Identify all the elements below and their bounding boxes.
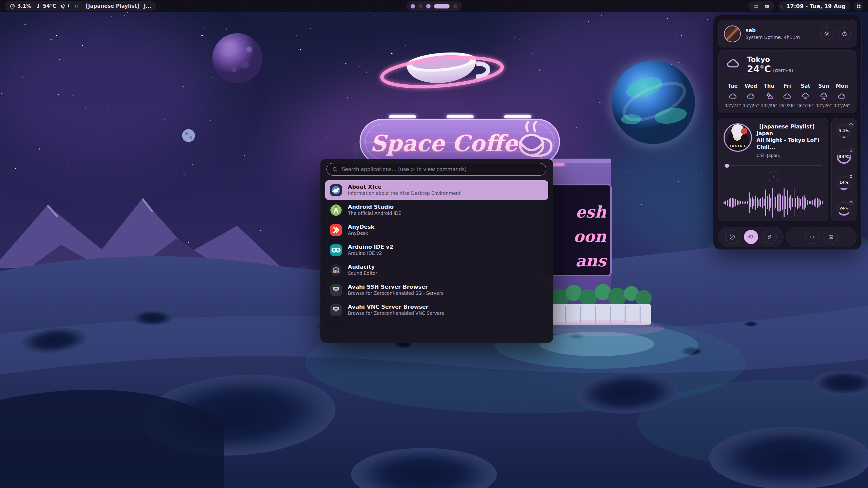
- capture-icon: [809, 234, 815, 240]
- workspace-dot[interactable]: [418, 4, 423, 8]
- waveform-bar: [764, 199, 765, 206]
- waveform-bar: [745, 201, 746, 204]
- power-profile-button[interactable]: [725, 230, 739, 244]
- app-name: AnyDesk: [348, 224, 375, 230]
- clock-text: 17:09 - Tue, 19 Aug: [786, 3, 846, 9]
- waveform-bar: [727, 200, 728, 206]
- app-description: Information about the Xfce Desktop Envir…: [348, 190, 460, 197]
- power-profile-button[interactable]: [744, 230, 758, 244]
- forecast-day: Sat 36°/26°: [797, 83, 814, 108]
- app-grid-button[interactable]: [854, 1, 863, 11]
- settings-button[interactable]: [820, 27, 833, 40]
- gauge-badge-icon: [849, 148, 853, 152]
- waveform-bar: [818, 199, 820, 207]
- workspace-dot[interactable]: [426, 4, 431, 8]
- waveform-bar: [755, 196, 756, 210]
- user-card: seb System Uptime: 4h11m: [718, 20, 856, 47]
- forecast-weather-icon: [728, 92, 737, 101]
- window-neon-line: ans: [575, 251, 608, 270]
- waveform-bar: [784, 188, 785, 217]
- app-icon: [329, 303, 343, 317]
- app-description: Arduino IDE v2: [348, 250, 393, 257]
- app-list-item[interactable]: About Xfce Information about the Xfce De…: [325, 180, 548, 200]
- app-name: Audacity: [348, 264, 377, 270]
- waveform-bar: [817, 198, 818, 208]
- waveform-bar: [757, 198, 758, 208]
- progress-handle[interactable]: [725, 164, 729, 168]
- waveform-bar: [790, 195, 791, 210]
- app-list-item[interactable]: Android Studio The official Android IDE: [325, 200, 548, 220]
- power-profile-icon: [766, 234, 773, 240]
- forecast-day: Tue 33°/24°: [725, 83, 741, 108]
- waveform-bar: [778, 193, 780, 212]
- waveform-bar: [785, 196, 786, 209]
- app-description: AnyDesk: [348, 230, 375, 237]
- search-box[interactable]: [327, 163, 546, 176]
- waveform-bar: [740, 201, 741, 204]
- search-input[interactable]: [341, 166, 541, 173]
- workspace-dot[interactable]: [434, 4, 450, 8]
- forecast-temps: 35°/26°: [779, 103, 796, 108]
- workspace-dot[interactable]: [411, 4, 415, 8]
- top-bar: 3.1% 54°C 6.8G 【Japanese Playlist】 J... …: [0, 0, 868, 12]
- forecast-temps: 33°/24°: [725, 103, 741, 108]
- capture-icon: [828, 234, 834, 240]
- system-gauges-card: 3.1% 54°C 14: [831, 118, 856, 221]
- track-title-line2: All Night - Tokyo LoFi Chill...: [756, 137, 823, 150]
- app-list-item[interactable]: AnyDesk AnyDesk: [325, 220, 548, 240]
- waveform-bar: [794, 188, 795, 217]
- app-name: About Xfce: [348, 184, 460, 190]
- app-list-item[interactable]: Audacity Sound Editor: [325, 260, 548, 280]
- waveform-bar: [742, 201, 743, 204]
- forecast-weather-icon: [746, 92, 755, 101]
- clock[interactable]: 17:09 - Tue, 19 Aug: [782, 1, 850, 11]
- stat-item: 54°C: [35, 3, 56, 9]
- capture-button[interactable]: [824, 230, 838, 244]
- forecast-weather-icon: [765, 92, 774, 101]
- capture-button[interactable]: [805, 230, 819, 244]
- waveform-bar: [795, 198, 796, 207]
- app-list-item[interactable]: Avahi VNC Server Browser Browse for Zero…: [325, 300, 548, 320]
- screenshot-icon[interactable]: [764, 3, 770, 9]
- now-playing-indicator[interactable]: 【Japanese Playlist】 J...: [69, 1, 156, 11]
- app-description: The official Android IDE: [348, 210, 401, 217]
- pause-icon: [771, 175, 775, 179]
- app-list-item[interactable]: Arduino IDE v2 Arduino IDE v2: [325, 240, 548, 260]
- avatar: [724, 25, 741, 42]
- stat-icon: [35, 3, 41, 9]
- waveform-bar: [747, 201, 748, 204]
- power-button[interactable]: [838, 27, 851, 40]
- divider: [725, 79, 850, 79]
- gauge-badge: [848, 173, 854, 180]
- gauge-badge-icon: [849, 200, 853, 204]
- waveform-bar: [804, 195, 805, 210]
- waveform-bar: [774, 195, 775, 210]
- search-icon: [332, 166, 338, 172]
- forecast-day: Fri 35°/26°: [779, 83, 795, 108]
- waveform-bar: [798, 198, 800, 208]
- track-progress-slider[interactable]: [724, 164, 823, 168]
- input-device-icon[interactable]: [753, 3, 759, 9]
- track-artist: Chill Japan.: [756, 153, 823, 158]
- workspace-dot[interactable]: [453, 4, 457, 8]
- power-icon: [841, 30, 848, 37]
- waveform-bar: [810, 201, 811, 204]
- power-profile-button[interactable]: [763, 230, 777, 244]
- capture-tools: [786, 227, 856, 247]
- app-list-item[interactable]: Avahi SSH Server Browser Browse for Zero…: [325, 280, 548, 300]
- stat-value: 54°C: [43, 3, 56, 9]
- forecast-temps: 33°/26°: [815, 103, 832, 108]
- power-profile-icon: [729, 234, 735, 240]
- album-art-label: TOKYO L: [725, 144, 751, 148]
- progress-track: [724, 165, 822, 166]
- workspace-switcher: [406, 1, 462, 11]
- system-tray: [748, 1, 775, 11]
- waveform-bar: [770, 198, 771, 208]
- forecast-row: Tue 33°/24° Wed 35°/25° Thu 33°/26°: [725, 83, 850, 108]
- play-pause-button[interactable]: [768, 171, 779, 182]
- app-name: Avahi VNC Server Browser: [348, 304, 444, 310]
- weather-card: Tokyo 24°C (GMT+9) Tue 33°/24° Wed: [718, 50, 856, 113]
- forecast-day-label: Wed: [745, 83, 757, 89]
- power-profile-switcher: [718, 227, 784, 247]
- waveform-bar: [735, 199, 736, 206]
